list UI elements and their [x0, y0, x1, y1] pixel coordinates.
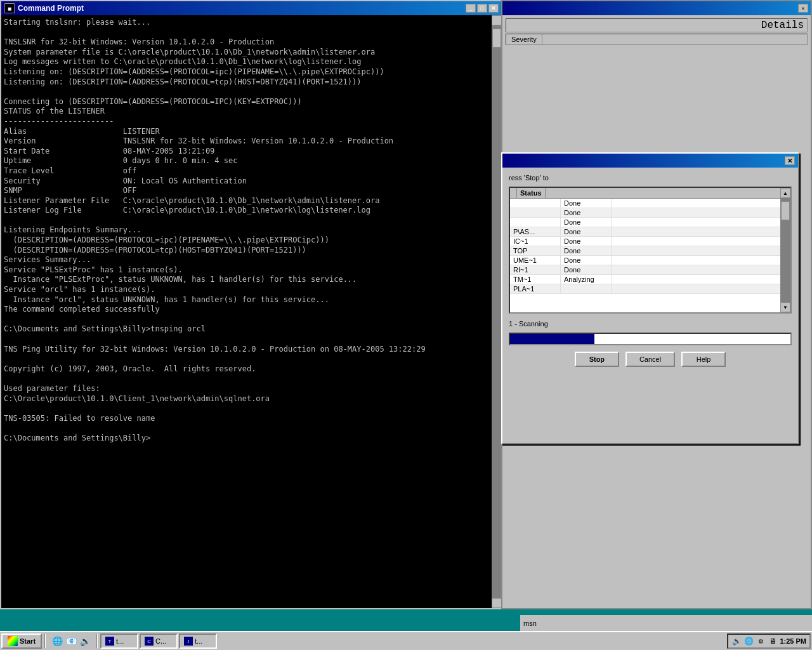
- list-item: RI~1 Done: [510, 265, 790, 275]
- dialog-scroll-thumb[interactable]: [781, 201, 790, 220]
- sys-icon-1: 🔊: [731, 636, 742, 646]
- dialog-col-name: [510, 188, 517, 198]
- dialog-close-btn[interactable]: ✕: [785, 156, 795, 165]
- list-item-name: TM~1: [510, 275, 561, 284]
- dialog-window: ✕ ress 'Stop' to Status Done Done: [501, 152, 799, 444]
- list-item-status: Done: [561, 246, 612, 255]
- help-button[interactable]: Help: [681, 352, 726, 367]
- list-item-name: PLA~1: [510, 284, 561, 293]
- ql-icon-3[interactable]: 🔊: [79, 635, 91, 647]
- taskbar-separator-1: [44, 634, 46, 648]
- list-item-name: [510, 208, 561, 217]
- list-item-name: TOP: [510, 246, 561, 255]
- list-item: IC~1 Done: [510, 237, 790, 246]
- dialog-scroll-track[interactable]: [780, 198, 790, 302]
- list-item: Done: [510, 218, 790, 227]
- scroll-track[interactable]: [492, 25, 502, 598]
- dialog-col-status: Status: [517, 188, 546, 198]
- sys-icon-4: 🖥: [768, 636, 778, 646]
- scanning-text: 1 - Scanning: [509, 320, 792, 328]
- dialog-instruction: ress 'Stop' to: [509, 174, 792, 182]
- severity-label: Severity: [506, 34, 542, 44]
- details-label: Details: [761, 20, 804, 31]
- taskbar-app-2[interactable]: C C...: [140, 633, 178, 649]
- cmd-title: Command Prompt: [18, 4, 84, 13]
- list-item: Done: [510, 199, 790, 208]
- list-item-status: Done: [561, 265, 612, 274]
- ql-icon-1[interactable]: 🌐: [51, 635, 63, 647]
- list-item-status: Done: [561, 256, 612, 265]
- cmd-window: ■ Command Prompt _ □ ✕ Starting tnslsnr:…: [0, 0, 503, 609]
- list-item-status: Done: [561, 208, 612, 217]
- progress-bar-fill: [510, 334, 594, 344]
- taskbar: Start 🌐 📧 🔊 T t... C C... t t... 🔊 🌐 ⚙ 🖥…: [0, 631, 812, 650]
- right-panel-close-btn[interactable]: ✕: [798, 4, 808, 13]
- cmd-titlebar-left: ■ Command Prompt: [4, 3, 84, 13]
- dialog-titlebar: ✕: [502, 154, 798, 168]
- sys-icon-3: ⚙: [756, 636, 766, 646]
- list-item-status: Done: [561, 218, 612, 227]
- cmd-scrollbar[interactable]: ▲ ▼: [492, 15, 502, 608]
- cmd-maximize-btn[interactable]: □: [477, 4, 487, 13]
- app-label-3: t...: [195, 637, 202, 645]
- list-item: P\AS... Done: [510, 227, 790, 237]
- msn-label: msn: [523, 620, 537, 627]
- taskbar-apps: T t... C C... t t...: [100, 633, 726, 649]
- start-icon: [8, 636, 18, 646]
- scroll-up-arrow[interactable]: ▲: [492, 15, 502, 25]
- taskbar-separator-2: [96, 634, 98, 648]
- list-item: TM~1 Analyzing: [510, 275, 790, 284]
- list-item-status: Done: [561, 237, 612, 246]
- taskbar-system-tray: 🔊 🌐 ⚙ 🖥 1:25 PM: [727, 633, 811, 649]
- taskbar-time: 1:25 PM: [780, 637, 806, 645]
- sys-icon-2: 🌐: [743, 636, 754, 646]
- app-icon-1: T: [105, 637, 114, 646]
- start-button[interactable]: Start: [1, 633, 42, 649]
- right-panel-content: Details Severity: [502, 15, 811, 48]
- dialog-list-header: Status: [510, 188, 790, 199]
- list-item-status: Done: [561, 199, 612, 208]
- dialog-scroll-down[interactable]: ▼: [780, 302, 790, 312]
- list-item-name: UME~1: [510, 256, 561, 265]
- dialog-list-scrollbar[interactable]: ▲ ▼: [780, 188, 790, 312]
- cmd-minimize-btn[interactable]: _: [466, 4, 476, 13]
- cmd-titlebar-buttons: _ □ ✕: [466, 4, 499, 13]
- list-item: Done: [510, 208, 790, 218]
- ql-icon-2[interactable]: 📧: [65, 635, 77, 647]
- dialog-list-container: Status Done Done Done P\AS... D: [509, 187, 792, 314]
- details-bar: Details: [506, 18, 808, 32]
- dialog-col-spacer: [546, 188, 790, 198]
- list-item-status: [561, 284, 612, 293]
- taskbar-app-1[interactable]: T t...: [100, 633, 138, 649]
- quick-launch: 🌐 📧 🔊: [48, 635, 94, 647]
- app-label-2: C...: [155, 637, 166, 645]
- dialog-buttons: Stop Cancel Help: [509, 352, 792, 367]
- list-item-name: [510, 218, 561, 227]
- scroll-down-arrow[interactable]: ▼: [492, 598, 502, 608]
- msn-bar: msn: [520, 615, 812, 631]
- severity-header: Severity: [506, 34, 808, 45]
- list-item: PLA~1: [510, 284, 790, 294]
- scroll-thumb[interactable]: [492, 29, 501, 48]
- right-panel-header: ✕: [502, 1, 811, 15]
- dialog-list-items: Done Done Done P\AS... Done IC~1 Done: [510, 199, 790, 294]
- cmd-content[interactable]: Starting tnslsnr: please wait... TNSLSNR…: [1, 15, 502, 608]
- list-item-status: Analyzing: [561, 275, 612, 284]
- app-icon-2: C: [145, 637, 154, 646]
- dialog-body: ress 'Stop' to Status Done Done Done: [502, 168, 798, 373]
- cmd-close-btn[interactable]: ✕: [488, 4, 499, 13]
- taskbar-app-3[interactable]: t t...: [179, 633, 217, 649]
- start-label: Start: [20, 637, 36, 645]
- app-label-1: t...: [116, 637, 124, 645]
- list-item: TOP Done: [510, 246, 790, 256]
- stop-button[interactable]: Stop: [575, 352, 619, 367]
- cancel-button[interactable]: Cancel: [625, 352, 675, 367]
- cmd-titlebar: ■ Command Prompt _ □ ✕: [1, 1, 502, 15]
- list-item-name: [510, 199, 561, 208]
- list-item-name: RI~1: [510, 265, 561, 274]
- list-item-name: P\AS...: [510, 227, 561, 236]
- list-item-status: Done: [561, 227, 612, 236]
- app-icon-3: t: [184, 637, 193, 646]
- dialog-scroll-up[interactable]: ▲: [780, 188, 790, 198]
- list-item-name: IC~1: [510, 237, 561, 246]
